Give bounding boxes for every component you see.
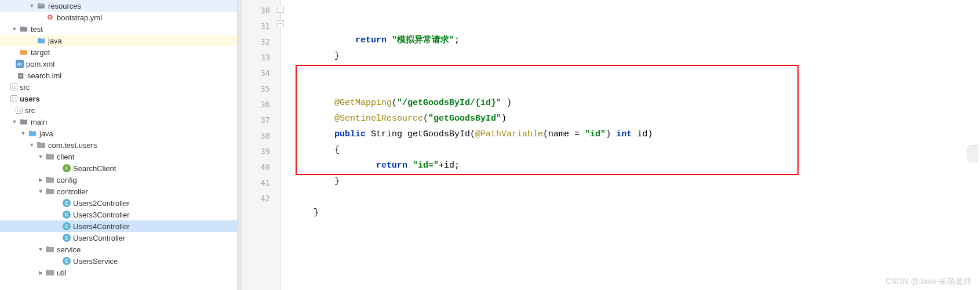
tree-item-test[interactable]: test bbox=[0, 23, 237, 35]
line-number: 41 bbox=[238, 175, 280, 191]
tree-item-searchclient[interactable]: ISearchClient bbox=[0, 162, 237, 174]
expand-arrow-icon[interactable] bbox=[11, 26, 18, 32]
package-icon bbox=[45, 175, 54, 184]
line-number: 37 bbox=[238, 113, 280, 128]
tree-item-label: java bbox=[48, 37, 62, 45]
code-line[interactable] bbox=[281, 79, 980, 95]
code-line[interactable] bbox=[281, 220, 980, 236]
tree-item-label: Users4Controller bbox=[73, 222, 130, 231]
code-line[interactable]: { bbox=[281, 142, 980, 158]
line-number: 30 bbox=[238, 3, 280, 19]
tree-item-controller[interactable]: controller bbox=[0, 186, 237, 197]
tree-item-label: resources bbox=[48, 2, 81, 10]
tree-item-java[interactable]: java bbox=[0, 128, 237, 139]
folder-icon bbox=[19, 48, 28, 57]
resize-handle-icon[interactable] bbox=[967, 145, 978, 162]
line-number: 38 bbox=[238, 128, 280, 144]
package-icon bbox=[45, 245, 54, 254]
class-icon: C bbox=[63, 211, 71, 219]
tree-item-userscontroller[interactable]: CUsersController bbox=[0, 232, 237, 244]
package-icon bbox=[45, 268, 54, 277]
tree-item-src[interactable]: □src bbox=[0, 81, 237, 93]
tree-item-usersservice[interactable]: CUsersService bbox=[0, 255, 237, 267]
code-line[interactable]: return "模拟异常请求"; bbox=[281, 32, 980, 48]
package-icon bbox=[37, 140, 46, 150]
tree-item-label: client bbox=[57, 153, 74, 161]
expand-arrow-icon[interactable] bbox=[28, 142, 35, 148]
tree-item-label: controller bbox=[57, 187, 88, 196]
code-line[interactable]: @SentinelResource("getGoodsById") bbox=[281, 111, 980, 126]
tree-item-search-iml[interactable]: ▦search.iml bbox=[0, 70, 237, 81]
tree-item-label: bootstrap.yml bbox=[57, 13, 102, 22]
code-line[interactable] bbox=[281, 189, 980, 205]
tree-item-label: Users3Controller bbox=[73, 211, 130, 219]
class-icon: C bbox=[63, 257, 71, 265]
class-icon: C bbox=[63, 234, 71, 242]
maven-file-icon: m bbox=[16, 60, 24, 68]
tree-item-label: Users2Controller bbox=[73, 199, 130, 208]
code-line[interactable]: @GetMapping("/getGoodsById/{id}" ) bbox=[281, 95, 980, 111]
tree-item-com-test-users[interactable]: com.test.users bbox=[0, 139, 237, 151]
expand-arrow-icon[interactable] bbox=[28, 2, 35, 9]
expand-arrow-icon[interactable] bbox=[37, 188, 44, 195]
code-line[interactable]: } bbox=[281, 173, 980, 189]
line-number: 40 bbox=[238, 160, 280, 175]
project-tree[interactable]: resources⚙bootstrap.ymltestjavatargetmpo… bbox=[0, 0, 238, 290]
expand-arrow-icon[interactable] bbox=[37, 246, 44, 253]
line-number: 36 bbox=[238, 97, 280, 113]
tree-item-label: util bbox=[57, 269, 67, 277]
yml-file-icon: ⚙ bbox=[45, 13, 54, 22]
tree-item-resources[interactable]: resources bbox=[0, 0, 237, 12]
expand-arrow-icon[interactable] bbox=[20, 130, 27, 137]
tree-item-src[interactable]: □src bbox=[0, 104, 237, 116]
code-line[interactable]: return "id="+id; bbox=[281, 158, 980, 173]
code-line[interactable]: public String getGoodsById(@PathVariable… bbox=[281, 126, 980, 142]
line-number: 42 bbox=[238, 191, 280, 206]
tree-item-label: src bbox=[20, 83, 30, 92]
code-editor: − − 30313233343536373839404142 return "模… bbox=[238, 0, 980, 290]
tree-item-bootstrap-yml[interactable]: ⚙bootstrap.yml bbox=[0, 12, 237, 23]
module-icon: □ bbox=[10, 95, 17, 102]
code-content[interactable]: return "模拟异常请求"; } @GetMapping("/getGood… bbox=[281, 0, 980, 290]
module-icon: □ bbox=[10, 84, 17, 90]
tree-item-label: SearchClient bbox=[73, 164, 116, 173]
tree-item-label: search.iml bbox=[27, 71, 61, 80]
tree-item-label: target bbox=[31, 48, 50, 57]
tree-item-label: com.test.users bbox=[48, 141, 97, 150]
tree-item-label: users bbox=[20, 95, 40, 103]
tree-item-util[interactable]: util bbox=[0, 267, 237, 278]
tree-item-label: java bbox=[39, 129, 53, 138]
tree-item-label: UsersController bbox=[73, 234, 125, 242]
expand-arrow-icon[interactable] bbox=[37, 153, 44, 160]
folder-icon bbox=[28, 129, 37, 138]
line-number: 31 bbox=[238, 19, 280, 34]
tree-item-client[interactable]: client bbox=[0, 151, 237, 162]
line-number: 35 bbox=[238, 81, 280, 97]
tree-item-target[interactable]: target bbox=[0, 46, 237, 58]
tree-item-users2controller[interactable]: CUsers2Controller bbox=[0, 197, 237, 209]
tree-item-java[interactable]: java bbox=[0, 35, 237, 46]
expand-arrow-icon[interactable] bbox=[11, 118, 18, 125]
tree-item-users[interactable]: □users bbox=[0, 93, 237, 104]
watermark-text: CSDN @Java-呆萌老师 bbox=[886, 277, 971, 287]
expand-arrow-icon[interactable] bbox=[37, 176, 44, 183]
code-line[interactable]: } bbox=[281, 48, 980, 64]
interface-icon: I bbox=[63, 164, 71, 172]
iml-file-icon: ▦ bbox=[16, 71, 25, 80]
tree-item-main[interactable]: main bbox=[0, 116, 237, 128]
code-line[interactable] bbox=[281, 64, 980, 79]
tree-item-users4controller[interactable]: CUsers4Controller bbox=[0, 220, 237, 232]
tree-item-config[interactable]: config bbox=[0, 174, 237, 186]
line-gutter: − − 30313233343536373839404142 bbox=[238, 0, 281, 290]
folder-icon bbox=[19, 117, 28, 126]
line-number: 33 bbox=[238, 50, 280, 66]
tree-item-label: main bbox=[31, 118, 47, 126]
tree-item-label: UsersService bbox=[73, 257, 118, 266]
tree-item-service[interactable]: service bbox=[0, 244, 237, 255]
expand-arrow-icon[interactable] bbox=[37, 269, 44, 276]
code-line[interactable]: } bbox=[281, 205, 980, 220]
tree-item-users3controller[interactable]: CUsers3Controller bbox=[0, 209, 237, 220]
tree-item-pom-xml[interactable]: mpom.xml bbox=[0, 58, 237, 70]
tree-item-label: config bbox=[57, 176, 77, 184]
class-icon: C bbox=[63, 199, 71, 207]
